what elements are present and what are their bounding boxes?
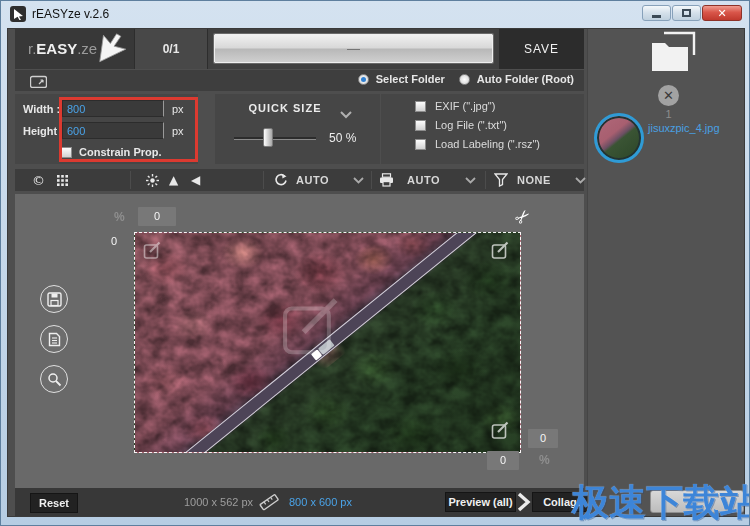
app-icon [10, 6, 26, 22]
constrain-checkbox[interactable]: Constrain Prop. [61, 146, 162, 158]
radio-select-folder[interactable]: Select Folder [358, 73, 445, 85]
close-button[interactable]: ✕ [702, 5, 742, 21]
checkbox-load-labeling-box [415, 139, 426, 150]
checkbox-load-labeling[interactable]: Load Labeling (".rsz") [415, 138, 540, 150]
window-title: rEASYze v.2.6 [32, 7, 109, 21]
rotate-icon [273, 173, 287, 187]
app-content: r.EASY.ze 0/1 — SAVE [7, 28, 745, 517]
crop-left-value[interactable]: 0 [105, 232, 123, 251]
filter-chevron[interactable] [575, 169, 586, 191]
triangle-up-icon: ▲ [169, 173, 178, 187]
folder-row: Select Folder Auto Folder (Root) [15, 70, 584, 91]
radio-auto-folder-dot [459, 74, 470, 85]
minimize-icon [652, 15, 661, 18]
obscured-button[interactable] [650, 490, 744, 513]
edit-center-icon[interactable] [280, 295, 344, 363]
quick-size-slider-handle[interactable] [263, 128, 273, 147]
ruler-icon [258, 493, 280, 515]
progress-label: — [347, 41, 360, 56]
chevron-down-icon [575, 177, 586, 184]
add-folder-button[interactable] [650, 31, 698, 81]
quick-size-dropdown[interactable]: QUICK SIZE [215, 102, 355, 114]
maximize-button[interactable] [672, 5, 701, 21]
crop-bottom-value[interactable]: 0 [487, 451, 519, 470]
crop-top-percent-toggle[interactable]: % [114, 210, 125, 224]
rotate-mode-dropdown[interactable]: AUTO [296, 169, 329, 191]
image-thumbnail[interactable] [594, 113, 644, 163]
image-preview[interactable] [134, 232, 521, 453]
edit-corner-bottomright-icon[interactable] [491, 421, 510, 444]
progress-container: — [208, 29, 499, 69]
quick-size-slider-track[interactable] [234, 137, 316, 140]
funnel-icon [494, 173, 508, 187]
printer-icon [379, 173, 394, 187]
output-button[interactable] [379, 169, 394, 191]
width-input[interactable] [62, 100, 164, 117]
edit-corner-topleft-icon[interactable] [143, 241, 162, 264]
checkbox-exif[interactable]: EXIF (".jpg") [415, 100, 495, 112]
toolbar-divider [485, 171, 486, 189]
floppy-disk-icon [47, 292, 62, 307]
options-panel: EXIF (".jpg") Log File (".txt") Load Lab… [381, 94, 584, 164]
title-bar[interactable]: rEASYze v.2.6 ✕ [1, 1, 749, 28]
filter-button[interactable] [494, 169, 508, 191]
quick-size-panel: QUICK SIZE 50 % [215, 94, 380, 164]
save-button[interactable]: SAVE [499, 29, 584, 69]
editor-canvas: % 0 0 ✂ [15, 194, 584, 488]
chevron-right-icon [516, 492, 531, 516]
height-input[interactable] [62, 122, 164, 139]
hand-cursor-icon [98, 33, 132, 69]
rotate-button[interactable] [273, 169, 287, 191]
rotate-chevron[interactable] [353, 169, 364, 191]
constrain-checkbox-box [61, 147, 72, 158]
height-unit: px [172, 125, 184, 137]
copyright-watermark-button[interactable]: © [32, 169, 45, 191]
output-chevron[interactable] [465, 169, 476, 191]
flip-vertical-button[interactable]: ▲ [169, 169, 178, 191]
output-mode-dropdown[interactable]: AUTO [407, 169, 440, 191]
folder-small-icon[interactable] [30, 74, 47, 92]
toolbar-divider [130, 171, 131, 189]
copyright-icon: © [32, 173, 45, 188]
app-window: rEASYze v.2.6 ✕ r.EASY.ze 0/1 — [0, 0, 750, 526]
grid-button[interactable] [57, 169, 68, 191]
crop-top-value[interactable]: 0 [138, 207, 176, 226]
constrain-label: Constrain Prop. [79, 146, 162, 158]
preview-all-button[interactable]: Preview (all) [445, 492, 516, 512]
file-queue-panel: ✕ 1 jisuxzpic_4.jpg [587, 29, 745, 517]
document-icon [48, 332, 61, 347]
chevron-down-icon [465, 177, 476, 184]
crop-right-value[interactable]: 0 [528, 429, 558, 448]
width-unit: px [172, 103, 184, 115]
checkbox-logfile[interactable]: Log File (".txt") [415, 119, 507, 131]
progress-counter: 0/1 [134, 29, 208, 69]
zoom-button[interactable] [40, 365, 68, 393]
edit-corner-topright-icon[interactable] [491, 241, 510, 264]
filter-mode-dropdown[interactable]: NONE [517, 169, 551, 191]
collage-button[interactable]: Collage [532, 492, 594, 512]
chevron-down-icon[interactable] [340, 105, 352, 123]
file-info-button[interactable] [40, 325, 68, 353]
radio-auto-folder[interactable]: Auto Folder (Root) [459, 73, 574, 85]
maximize-icon [682, 9, 691, 17]
crop-bottom-percent-toggle[interactable]: % [539, 453, 550, 467]
x-circle-icon: ✕ [663, 88, 674, 103]
brightness-button[interactable] [146, 169, 159, 191]
brightness-icon [146, 174, 159, 187]
toolbar-divider [371, 171, 372, 189]
clear-queue-button[interactable]: ✕ [658, 85, 679, 106]
app-logo: r.EASY.ze [15, 29, 134, 69]
progress-bar: — [214, 34, 493, 63]
height-label: Height : [23, 125, 64, 137]
reset-button[interactable]: Reset [30, 493, 78, 513]
checkbox-exif-box [415, 101, 426, 112]
minimize-button[interactable] [642, 5, 671, 21]
queue-count: 1 [658, 108, 679, 120]
flip-horizontal-button[interactable]: ◀ [191, 169, 200, 191]
radio-auto-folder-label: Auto Folder (Root) [477, 73, 574, 85]
save-single-button[interactable] [40, 285, 68, 313]
quick-size-percent: 50 % [329, 131, 356, 145]
scissors-icon[interactable]: ✂ [510, 204, 536, 230]
original-size-label: 1000 x 562 px [184, 496, 253, 508]
status-bar: Reset 1000 x 562 px 800 x 600 px Preview… [15, 488, 584, 516]
